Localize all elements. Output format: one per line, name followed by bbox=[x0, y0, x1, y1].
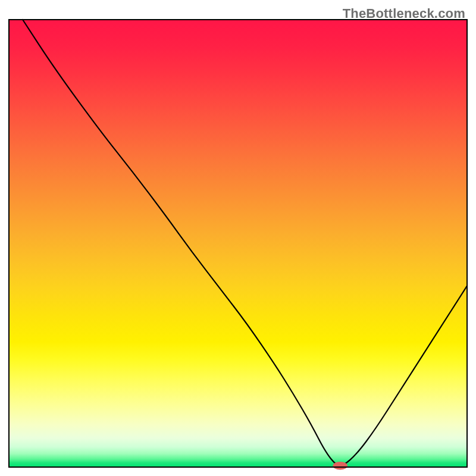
marker-point bbox=[333, 462, 347, 470]
bottleneck-chart bbox=[0, 0, 476, 476]
gradient-background bbox=[9, 20, 467, 467]
watermark-text: TheBottleneck.com bbox=[343, 6, 465, 21]
chart-container: TheBottleneck.com bbox=[0, 0, 476, 476]
